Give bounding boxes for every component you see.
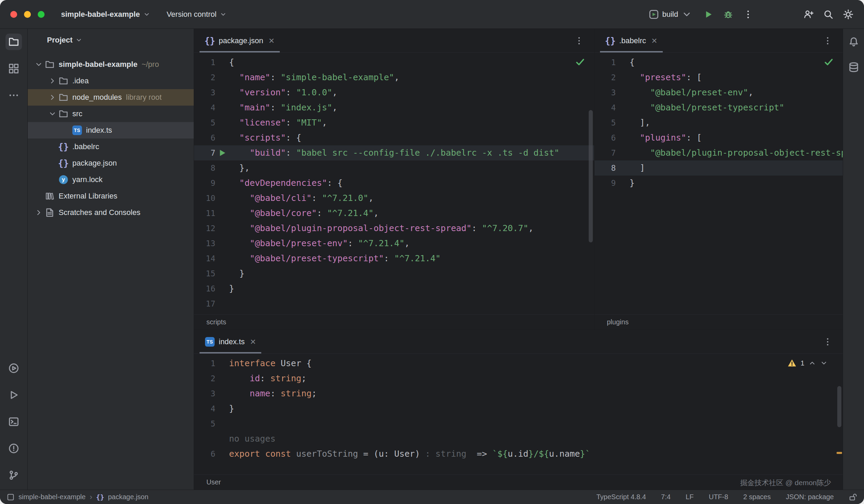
inspections-widget[interactable]: 1 xyxy=(788,359,828,368)
code-area-package-json[interactable]: 1{2 "name": "simple-babel-example",3 "ve… xyxy=(194,53,594,314)
chevron-right-icon[interactable] xyxy=(48,77,57,85)
close-tab-icon[interactable]: × xyxy=(651,36,657,46)
collaborate-button[interactable] xyxy=(801,7,816,22)
code-line[interactable]: 16} xyxy=(194,281,594,296)
tree-item-scratches-and-consoles[interactable]: Scratches and Consoles xyxy=(28,204,194,221)
line-number[interactable]: 4 xyxy=(194,401,215,416)
tree-item--idea[interactable]: .idea xyxy=(28,73,194,89)
line-number[interactable]: 9 xyxy=(194,176,215,191)
tree-item-external-libraries[interactable]: External Libraries xyxy=(28,188,194,204)
line-number[interactable]: 4 xyxy=(595,100,616,115)
search-everywhere-button[interactable] xyxy=(821,7,836,22)
status-project-name[interactable]: simple-babel-example xyxy=(19,493,86,501)
close-tab-icon[interactable]: × xyxy=(250,337,256,347)
line-number[interactable]: 11 xyxy=(194,206,215,221)
code-line[interactable]: 17 xyxy=(194,296,594,311)
inspections-ok-icon[interactable] xyxy=(575,57,585,67)
line-number[interactable]: 10 xyxy=(194,191,215,206)
close-tab-icon[interactable]: × xyxy=(269,36,274,46)
chevron-up-icon[interactable] xyxy=(808,359,816,367)
line-number[interactable] xyxy=(194,431,215,446)
line-number[interactable]: 2 xyxy=(194,371,215,386)
code-line[interactable]: 4 "main": "index.js", xyxy=(194,100,594,115)
code-line[interactable]: 11 "@babel/core": "^7.21.4", xyxy=(194,206,594,221)
tab-package-json[interactable]: {} package.json × xyxy=(200,29,280,52)
code-line[interactable]: 8 ] xyxy=(595,160,843,176)
line-number[interactable]: 5 xyxy=(194,115,215,130)
code-line[interactable]: 14 "@babel/preset-typescript": "^7.21.4" xyxy=(194,251,594,266)
line-number[interactable]: 2 xyxy=(595,70,616,85)
code-line[interactable]: 2 "name": "simple-babel-example", xyxy=(194,70,594,85)
code-area-babelrc[interactable]: 1{2 "presets": [3 "@babel/preset-env",4 … xyxy=(595,53,843,314)
lock-icon[interactable] xyxy=(849,493,857,501)
run-gutter-icon[interactable] xyxy=(218,148,227,157)
more-actions-button[interactable] xyxy=(741,7,756,22)
chevron-right-icon[interactable] xyxy=(35,208,43,217)
status-2-spaces[interactable]: 2 spaces xyxy=(743,493,771,501)
code-line[interactable]: 4} xyxy=(194,401,843,416)
project-tool-button[interactable] xyxy=(5,34,22,50)
editor-options-button[interactable] xyxy=(820,33,835,48)
services-tool-button[interactable] xyxy=(5,360,22,376)
zoom-window-button[interactable] xyxy=(38,11,45,18)
line-number[interactable]: 3 xyxy=(194,85,215,100)
status-7-4[interactable]: 7:4 xyxy=(661,493,671,501)
chevron-down-icon[interactable] xyxy=(820,359,828,367)
tab-index-ts[interactable]: TS index.ts × xyxy=(200,330,261,353)
breadcrumb-item[interactable]: scripts xyxy=(206,318,226,326)
status-lf[interactable]: LF xyxy=(686,493,694,501)
tree-item-yarn-lock[interactable]: yyarn.lock xyxy=(28,171,194,188)
line-number[interactable]: 1 xyxy=(194,356,215,371)
line-number[interactable]: 9 xyxy=(595,176,616,191)
code-line[interactable]: 1interface User { xyxy=(194,356,843,371)
line-number[interactable]: 12 xyxy=(194,221,215,236)
run-tool-button[interactable] xyxy=(5,387,22,403)
chevron-down-icon[interactable] xyxy=(35,60,43,69)
line-number[interactable]: 14 xyxy=(194,251,215,266)
code-line[interactable]: 1{ xyxy=(194,55,594,70)
code-line[interactable]: 12 "@babel/plugin-proposal-object-rest-s… xyxy=(194,221,594,236)
tree-item-node-modules[interactable]: node_moduleslibrary root xyxy=(28,89,194,106)
line-number[interactable]: 6 xyxy=(595,130,616,145)
code-line[interactable]: 15 } xyxy=(194,266,594,281)
tree-item-package-json[interactable]: {}package.json xyxy=(28,155,194,171)
line-number[interactable]: 15 xyxy=(194,266,215,281)
code-line[interactable]: 3 "@babel/preset-env", xyxy=(595,85,843,100)
code-line[interactable]: 4 "@babel/preset-typescript" xyxy=(595,100,843,115)
line-number[interactable]: 4 xyxy=(194,100,215,115)
notifications-tool-button[interactable] xyxy=(846,34,861,49)
code-line[interactable]: 5 xyxy=(194,416,843,431)
line-number[interactable]: 8 xyxy=(595,160,616,176)
tree-item-src[interactable]: src xyxy=(28,106,194,122)
database-tool-button[interactable] xyxy=(846,60,861,75)
line-number[interactable]: 7 xyxy=(194,145,215,160)
status-utf-8[interactable]: UTF-8 xyxy=(709,493,728,501)
code-line[interactable]: 7 "build": "babel src --config-file ./.b… xyxy=(194,145,594,160)
more-tool-button[interactable] xyxy=(5,87,22,104)
line-number[interactable]: 1 xyxy=(194,55,215,70)
code-line[interactable]: no usages xyxy=(194,431,843,446)
code-line[interactable]: 9} xyxy=(595,176,843,191)
line-number[interactable]: 8 xyxy=(194,160,215,176)
status-json-package[interactable]: JSON: package xyxy=(786,493,834,501)
chevron-right-icon[interactable] xyxy=(48,93,57,101)
line-number[interactable]: 6 xyxy=(194,446,215,461)
breadcrumbs[interactable]: plugins xyxy=(595,314,843,329)
code-line[interactable]: 8 }, xyxy=(194,160,594,176)
line-number[interactable]: 3 xyxy=(595,85,616,100)
warning-stripe-mark[interactable] xyxy=(837,452,842,454)
line-number[interactable]: 17 xyxy=(194,296,215,311)
tree-item-simple-babel-example[interactable]: simple-babel-example~/pro xyxy=(28,56,194,73)
line-number[interactable]: 13 xyxy=(194,236,215,251)
code-line[interactable]: 6export const userToString = (u: User) :… xyxy=(194,446,843,461)
breadcrumb-item[interactable]: User xyxy=(206,478,221,486)
code-line[interactable]: 3 "version": "1.0.0", xyxy=(194,85,594,100)
code-line[interactable]: 6 "scripts": { xyxy=(194,130,594,145)
version-control-tool-button[interactable] xyxy=(5,467,22,483)
editor-options-button[interactable] xyxy=(820,334,835,349)
code-line[interactable]: 13 "@babel/preset-env": "^7.21.4", xyxy=(194,236,594,251)
line-number[interactable]: 16 xyxy=(194,281,215,296)
chevron-down-icon[interactable] xyxy=(48,110,57,118)
tree-item-index-ts[interactable]: TSindex.ts xyxy=(28,122,194,139)
line-number[interactable]: 5 xyxy=(595,115,616,130)
